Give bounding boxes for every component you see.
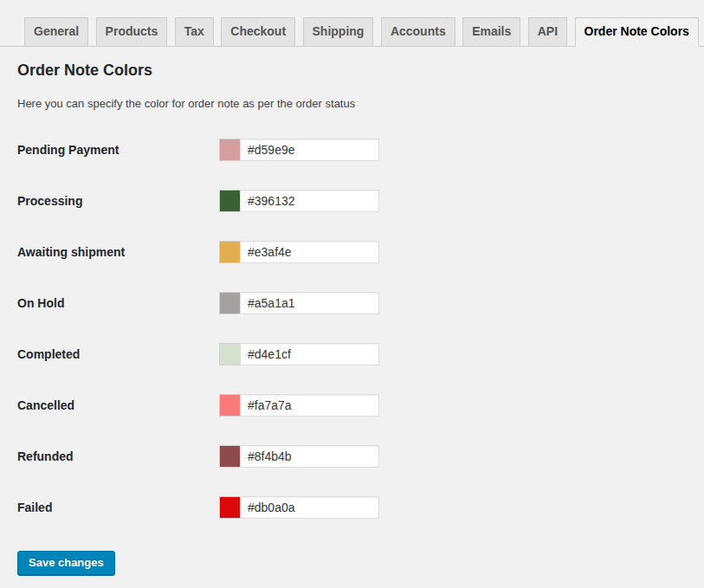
tab-api[interactable]: API [528,17,567,46]
page-title: Order Note Colors [17,61,687,81]
color-field [219,343,379,365]
status-row-refunded: Refunded [17,445,687,468]
status-row-on-hold: On Hold [17,292,687,314]
color-field [219,139,379,161]
color-hex-input[interactable] [240,139,379,161]
color-swatch[interactable] [219,394,240,417]
status-label: Failed [17,501,219,514]
tab-accounts[interactable]: Accounts [381,17,455,46]
status-color-list: Pending Payment Processing Awaiting ship… [17,139,687,519]
tab-checkout[interactable]: Checkout [221,17,295,46]
tab-order-note-colors[interactable]: Order Note Colors [575,17,699,47]
color-hex-input[interactable] [240,343,379,365]
color-hex-input[interactable] [240,445,379,468]
tab-shipping[interactable]: Shipping [303,17,374,46]
color-swatch[interactable] [219,496,240,519]
status-label: Refunded [17,449,219,463]
status-label: Awaiting shipment [17,245,219,259]
status-label: Pending Payment [17,143,219,157]
color-field [219,241,379,263]
color-swatch[interactable] [219,139,240,161]
status-row-cancelled: Cancelled [17,394,687,417]
color-field [219,394,379,417]
color-field [219,445,379,468]
status-label: On Hold [17,296,219,310]
status-row-processing: Processing [17,190,687,212]
page-description: Here you can specify the color for order… [17,97,687,110]
settings-panel: Order Note Colors Here you can specify t… [0,61,704,575]
color-field [219,190,379,212]
status-label: Cancelled [17,398,219,412]
status-row-completed: Completed [17,343,687,365]
status-label: Processing [17,194,219,208]
color-swatch[interactable] [219,292,240,314]
color-hex-input[interactable] [240,190,379,212]
color-hex-input[interactable] [240,496,379,519]
status-row-failed: Failed [17,496,687,519]
status-label: Completed [17,347,219,361]
settings-tab-bar: General Products Tax Checkout Shipping A… [0,0,704,47]
status-row-awaiting-shipment: Awaiting shipment [17,241,687,263]
color-hex-input[interactable] [240,292,379,314]
color-field [219,496,379,519]
color-swatch[interactable] [219,241,240,263]
color-field [219,292,379,314]
tab-general[interactable]: General [24,17,88,46]
tab-emails[interactable]: Emails [462,17,520,46]
save-changes-button[interactable]: Save changes [17,551,115,575]
tab-tax[interactable]: Tax [175,17,214,46]
color-swatch[interactable] [219,445,240,468]
tab-products[interactable]: Products [96,17,168,46]
color-hex-input[interactable] [240,394,379,417]
status-row-pending-payment: Pending Payment [17,139,687,161]
color-swatch[interactable] [219,343,240,365]
color-hex-input[interactable] [240,241,379,263]
color-swatch[interactable] [219,190,240,212]
